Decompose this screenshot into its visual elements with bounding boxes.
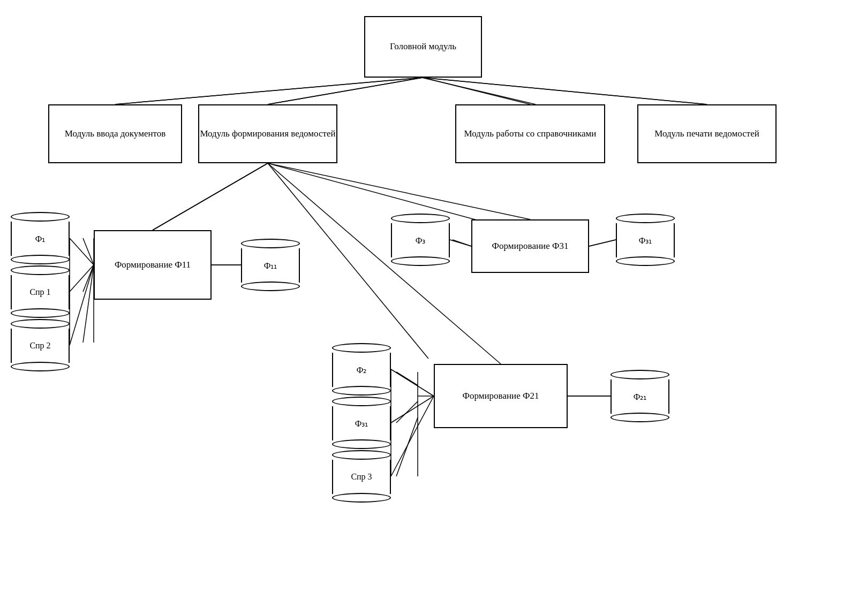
cyl-spr1-body: Спр 1: [11, 275, 70, 309]
svg-line-22: [423, 78, 530, 104]
cyl-f2-bottom: [332, 386, 391, 396]
cyl-f1-bottom: [11, 255, 70, 264]
cyl-f11-bottom: [241, 282, 300, 291]
diagram: Головной модуль Модуль ввода документов …: [0, 0, 844, 616]
cyl-spr3-bottom: [332, 493, 391, 503]
head-module-label: Головной модуль: [390, 41, 456, 52]
cyl-f2-body: Ф₂: [332, 353, 391, 387]
svg-line-28: [70, 238, 94, 265]
cyl-spr1-top: [11, 265, 70, 275]
form-f11-box: Формирование Ф11: [94, 230, 212, 300]
cyl-f3-body: Ф₃: [391, 223, 450, 257]
form-f21-label: Формирование Ф21: [463, 390, 539, 402]
form-f31-label: Формирование Ф31: [492, 240, 569, 252]
cyl-spr2-top: [11, 319, 70, 329]
form-f31-box: Формирование Ф31: [471, 219, 589, 273]
svg-line-25: [268, 163, 530, 219]
svg-line-33: [589, 240, 616, 246]
form-f11-label: Формирование Ф11: [115, 259, 191, 271]
cyl-spr2: Спр 2: [11, 318, 70, 372]
cyl-f11-body: Ф₁₁: [241, 248, 300, 283]
svg-line-21: [268, 78, 423, 104]
svg-line-20: [115, 78, 423, 104]
cyl-f31-right-bottom: [616, 256, 675, 266]
svg-line-35: [391, 369, 434, 396]
svg-line-15: [396, 401, 418, 423]
form-f21-box: Формирование Ф21: [434, 364, 568, 428]
module-print-label: Модуль печати ведомостей: [654, 128, 759, 140]
cyl-f11: Ф₁₁: [241, 238, 300, 292]
cyl-f31-mid: Ф₃₁: [332, 396, 391, 450]
module-print-box: Модуль печати ведомостей: [637, 104, 777, 163]
svg-line-8: [83, 265, 94, 292]
svg-line-12: [453, 240, 471, 246]
svg-line-36: [391, 396, 434, 423]
module-form-label: Модуль формирования ведомостей: [200, 128, 335, 140]
cyl-f31-right: Ф₃₁: [616, 213, 675, 267]
module-form-box: Модуль формирования ведомостей: [198, 104, 337, 163]
cyl-spr1-bottom: [11, 308, 70, 318]
svg-line-1: [268, 78, 422, 104]
cyl-f21-right-top: [611, 370, 669, 379]
svg-line-37: [391, 396, 434, 476]
cyl-f2: Ф₂: [332, 343, 391, 396]
cyl-f21-right: Ф₂₁: [611, 369, 669, 423]
head-module-box: Головной модуль: [364, 16, 482, 78]
module-sprav-box: Модуль работы со справочниками: [455, 104, 605, 163]
cyl-spr2-body: Спр 2: [11, 329, 70, 363]
module-sprav-label: Модуль работы со справочниками: [464, 128, 597, 140]
svg-line-32: [450, 240, 471, 246]
cyl-f21-right-body: Ф₂₁: [611, 379, 669, 414]
cyl-spr3-top: [332, 450, 391, 460]
cyl-f11-top: [241, 239, 300, 248]
svg-line-26: [268, 163, 501, 364]
svg-line-13: [589, 240, 616, 246]
svg-line-3: [422, 78, 707, 104]
svg-line-14: [396, 372, 418, 385]
svg-line-24: [153, 163, 268, 230]
svg-line-2: [422, 78, 536, 104]
cyl-f1-body: Ф₁: [11, 222, 70, 256]
svg-line-7: [83, 238, 94, 265]
cyl-f21-right-bottom: [611, 413, 669, 422]
svg-line-4: [153, 163, 268, 230]
cyl-f1: Ф₁: [11, 211, 70, 265]
cyl-f3-bottom: [391, 256, 450, 266]
svg-line-29: [70, 265, 94, 292]
svg-line-23: [423, 78, 707, 104]
cyl-spr3-body: Спр 3: [332, 460, 391, 494]
cyl-spr3: Спр 3: [332, 450, 391, 503]
svg-line-16: [396, 417, 418, 476]
module-vvod-label: Модуль ввода документов: [65, 128, 166, 140]
module-vvod-box: Модуль ввода документов: [48, 104, 182, 163]
cyl-f31-right-top: [616, 214, 675, 223]
cyl-f31-mid-top: [332, 397, 391, 406]
cyl-spr2-bottom: [11, 362, 70, 371]
svg-line-9: [83, 265, 94, 343]
svg-line-0: [115, 78, 422, 104]
cyl-f3: Ф₃: [391, 213, 450, 267]
svg-line-30: [70, 265, 94, 345]
cyl-spr1: Спр 1: [11, 265, 70, 318]
cyl-f3-top: [391, 214, 450, 223]
cyl-f31-right-body: Ф₃₁: [616, 223, 675, 257]
cyl-f31-mid-bottom: [332, 439, 391, 449]
cyl-f2-top: [332, 343, 391, 353]
cyl-f1-top: [11, 212, 70, 222]
cyl-f31-mid-body: Ф₃₁: [332, 406, 391, 440]
